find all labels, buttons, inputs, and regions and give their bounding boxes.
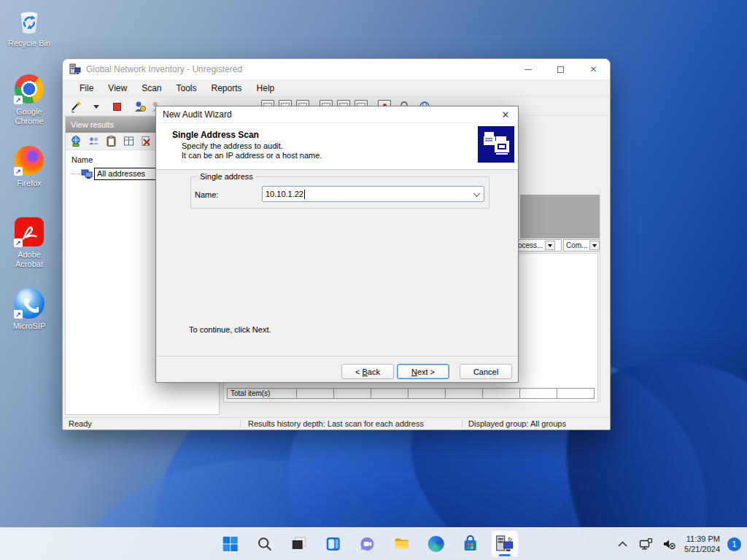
menu-scan[interactable]: Scan — [135, 81, 168, 96]
column-filter-process[interactable]: ocess... — [515, 239, 562, 252]
window-title: Global Network Inventory - Unregistered — [86, 64, 511, 74]
dialog-separator — [156, 356, 518, 357]
desktop-icon-label: Recycle Bin — [8, 39, 50, 48]
dialog-close-icon[interactable]: ✕ — [498, 108, 514, 122]
shortcut-arrow-icon: ↗ — [14, 310, 23, 319]
tree-connector — [71, 174, 80, 174]
desktop-icon-chrome[interactable]: ↗ Google Chrome — [3, 73, 55, 125]
desktop-icon-label: Firefox — [17, 179, 42, 188]
shortcut-arrow-icon: ↗ — [14, 238, 23, 247]
recycle-bin-icon — [13, 4, 45, 36]
vertical-scrollbar[interactable] — [600, 189, 610, 402]
tree-item-label[interactable]: All addresses — [94, 168, 162, 180]
widgets-button[interactable] — [320, 530, 347, 558]
text-caret — [304, 190, 305, 199]
status-ready: Ready — [63, 419, 240, 428]
groupbox-legend: Single address — [197, 172, 256, 181]
gni-taskbar-button[interactable] — [491, 530, 519, 558]
cancel-button[interactable]: Cancel — [460, 364, 512, 379]
grid-view-icon[interactable] — [123, 135, 135, 147]
address-combobox[interactable]: 10.10.1.22 — [262, 186, 484, 202]
shortcut-arrow-icon: ↗ — [14, 167, 23, 176]
filter-dropdown-icon[interactable] — [589, 241, 600, 250]
totals-row: Total item(s) — [227, 388, 595, 399]
address-value: 10.10.1.22 — [266, 190, 303, 198]
grid-column-filters: ocess... Com... — [515, 239, 601, 252]
back-button[interactable]: < Back — [341, 364, 394, 379]
dialog-header: Single Address Scan Specify the address … — [156, 123, 518, 170]
menu-bar: File View Scan Tools Reports Help — [63, 79, 610, 97]
tray-volume-muted-icon[interactable] — [661, 534, 677, 554]
desktop: Recycle Bin ↗ Google Chrome ↗ Firefox — [0, 0, 747, 560]
totals-label: Total item(s) — [228, 389, 297, 398]
grid-gray-placeholder — [520, 195, 601, 238]
menu-help[interactable]: Help — [250, 81, 282, 96]
user-session-icon[interactable] — [133, 99, 147, 114]
combobox-dropdown-icon[interactable] — [469, 187, 484, 201]
tray-time: 11:39 PM — [684, 534, 720, 544]
new-audit-wizard-dialog: New Audit Wizard ✕ Single Address Scan S… — [155, 106, 519, 383]
tray-chevron-up-icon[interactable] — [614, 534, 630, 554]
status-history-depth: Results history depth: Last scan for eac… — [240, 419, 462, 428]
chat-button[interactable] — [354, 530, 382, 558]
search-button[interactable] — [251, 530, 279, 558]
tray-network-icon[interactable] — [638, 534, 654, 554]
tray-date: 5/21/2024 — [684, 544, 720, 554]
stop-scan-icon[interactable] — [109, 99, 124, 114]
menu-reports[interactable]: Reports — [205, 81, 249, 96]
dialog-title: New Audit Wizard — [163, 109, 498, 120]
microsip-icon: ↗ — [13, 287, 45, 319]
firefox-icon: ↗ — [13, 144, 45, 176]
dialog-titlebar[interactable]: New Audit Wizard ✕ — [156, 106, 518, 123]
minimize-button[interactable] — [511, 59, 544, 79]
menu-view[interactable]: View — [101, 81, 133, 96]
maximize-button[interactable] — [544, 59, 577, 79]
next-button[interactable]: Next > — [397, 364, 449, 379]
dialog-subtext-2: It can be an IP address or a host name. — [182, 151, 322, 160]
dialog-heading: Single Address Scan — [172, 130, 259, 140]
store-button[interactable] — [457, 530, 484, 558]
addresses-node-icon — [81, 169, 93, 179]
status-bar: Ready Results history depth: Last scan f… — [63, 417, 610, 429]
clipboard-icon[interactable] — [105, 135, 117, 147]
tray-clock[interactable]: 11:39 PM 5/21/2024 — [684, 534, 720, 555]
status-displayed-group: Displayed group: All groups — [462, 419, 610, 428]
users-icon[interactable] — [88, 135, 100, 147]
wizard-dropdown-icon[interactable] — [89, 99, 104, 114]
notification-badge[interactable]: 1 — [727, 537, 741, 551]
menu-file[interactable]: File — [73, 81, 100, 96]
edge-button[interactable] — [422, 530, 450, 558]
filter-dropdown-icon[interactable] — [545, 241, 555, 250]
taskbar-center — [217, 530, 519, 558]
desktop-icon-label: MicroSIP — [13, 322, 46, 331]
dialog-subtext-1: Specify the address to audit. — [182, 141, 283, 150]
name-label: Name: — [195, 190, 218, 199]
shortcut-arrow-icon: ↗ — [14, 96, 23, 104]
task-view-button[interactable] — [285, 530, 313, 558]
taskbar: 11:39 PM 5/21/2024 1 — [0, 527, 747, 560]
network-globe-icon[interactable] — [70, 135, 82, 147]
gni-app-icon — [495, 534, 514, 553]
close-button[interactable]: ✕ — [577, 59, 610, 79]
gni-titlebar[interactable]: Global Network Inventory - Unregistered … — [63, 59, 610, 79]
desktop-icon-firefox[interactable]: ↗ Firefox — [3, 144, 55, 188]
column-filter-com[interactable]: Com... — [563, 239, 601, 252]
desktop-icon-acrobat[interactable]: ↗ Adobe Acrobat — [3, 216, 55, 268]
menu-tools[interactable]: Tools — [170, 81, 204, 96]
wizard-devices-icon — [478, 126, 514, 163]
gni-app-icon — [69, 63, 81, 75]
wizard-wand-icon[interactable] — [69, 99, 83, 114]
delete-item-icon[interactable] — [140, 135, 152, 147]
file-explorer-button[interactable] — [388, 530, 416, 558]
start-button[interactable] — [217, 530, 244, 558]
system-tray: 11:39 PM 5/21/2024 1 — [614, 534, 741, 555]
desktop-icon-label: Google Chrome — [3, 107, 55, 125]
desktop-icon-label: Adobe Acrobat — [3, 250, 55, 268]
acrobat-icon: ↗ — [13, 216, 45, 248]
wizard-hint: To continue, click Next. — [189, 325, 271, 334]
chrome-icon: ↗ — [13, 73, 45, 105]
desktop-icon-recycle-bin[interactable]: Recycle Bin — [3, 4, 55, 48]
desktop-icon-microsip[interactable]: ↗ MicroSIP — [3, 287, 55, 331]
